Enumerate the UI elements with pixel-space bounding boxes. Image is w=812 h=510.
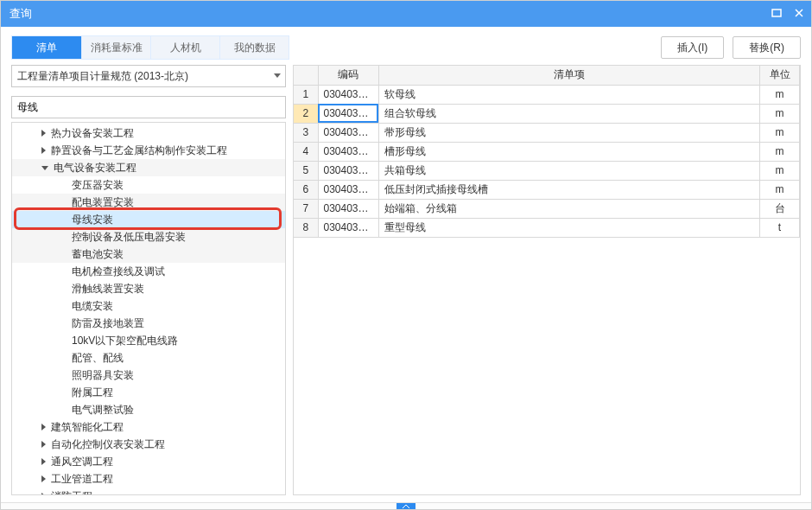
expander-closed-icon[interactable] — [41, 424, 46, 430]
tree-item-label: 滑触线装置安装 — [72, 282, 144, 296]
tab-xiaohao[interactable]: 消耗量标准 — [81, 36, 150, 59]
tree-item-label: 电缆安装 — [72, 299, 113, 314]
window-title: 查询 — [10, 6, 32, 22]
table-row[interactable]: 7030403…始端箱、分线箱台 — [294, 199, 800, 218]
tree-item-label: 配管、配线 — [72, 351, 124, 366]
search-input[interactable] — [11, 96, 286, 118]
cell-code[interactable]: 030403… — [318, 199, 378, 218]
tree-item[interactable]: 电气调整试验 — [12, 401, 285, 418]
left-pane: 工程量清单项目计量规范 (2013-北京) 热力设备安装工程静置设备与工艺金属结… — [11, 65, 286, 495]
splitter[interactable] — [286, 65, 293, 495]
tree-item[interactable]: 照明器具安装 — [12, 367, 285, 384]
cell-desc[interactable]: 重型母线 — [378, 218, 760, 237]
tree-item-label: 消防工程 — [51, 489, 92, 496]
spec-select[interactable]: 工程量清单项目计量规范 (2013-北京) — [11, 65, 286, 87]
tree-item[interactable]: 热力设备安装工程 — [12, 124, 285, 142]
table-row[interactable]: 1030403…软母线m — [294, 85, 800, 104]
svg-rect-0 — [772, 10, 781, 16]
tree-item[interactable]: 母线安装 — [12, 211, 285, 228]
cell-code[interactable]: 030403… — [318, 142, 378, 161]
expander-closed-icon[interactable] — [41, 441, 46, 448]
cell-code[interactable]: 030403… — [318, 218, 378, 237]
table-row[interactable]: 5030403…共箱母线m — [294, 161, 800, 180]
cell-unit[interactable]: m — [760, 180, 800, 199]
cell-desc[interactable]: 软母线 — [378, 85, 760, 104]
tree-item[interactable]: 配电装置安装 — [12, 194, 285, 211]
cell-desc[interactable]: 带形母线 — [378, 123, 760, 142]
tree-item-label: 通风空调工程 — [51, 455, 113, 469]
expander-closed-icon[interactable] — [41, 130, 46, 137]
titlebar: 查询 — [1, 1, 811, 27]
tree-item[interactable]: 自动化控制仪表安装工程 — [12, 436, 285, 453]
toolbar: 清单 消耗量标准 人材机 我的数据 插入(I) 替换(R) — [1, 27, 811, 65]
cell-unit[interactable]: t — [760, 218, 800, 237]
cell-number: 7 — [294, 199, 318, 218]
table-row[interactable]: 6030403…低压封闭式插接母线槽m — [294, 180, 800, 199]
table-row[interactable]: 8030403…重型母线t — [294, 218, 800, 237]
tree-item-label: 建筑智能化工程 — [51, 420, 124, 435]
table-row[interactable]: 2030403…组合软母线m — [294, 104, 800, 123]
cell-number: 8 — [294, 218, 318, 237]
insert-button[interactable]: 插入(I) — [661, 36, 724, 59]
col-code[interactable]: 编码 — [318, 66, 378, 85]
tab-qingdan[interactable]: 清单 — [12, 36, 81, 59]
tree-item[interactable]: 工业管道工程 — [12, 470, 285, 488]
tree-item[interactable]: 控制设备及低压电器安装 — [12, 228, 285, 245]
cell-unit[interactable]: m — [760, 85, 800, 104]
tab-rencaiji[interactable]: 人材机 — [150, 36, 219, 59]
tree-item[interactable]: 电缆安装 — [12, 297, 285, 315]
query-dialog: 查询 清单 消耗量标准 人材机 我的数据 插入(I) 替换(R) 工程量清单项目… — [0, 0, 812, 510]
chevron-up-icon[interactable] — [396, 503, 416, 509]
cell-desc[interactable]: 始端箱、分线箱 — [378, 199, 760, 218]
cell-code[interactable]: 030403… — [318, 85, 378, 104]
cell-unit[interactable]: m — [760, 161, 800, 180]
tree-item[interactable]: 附属工程 — [12, 384, 285, 401]
tree-item[interactable]: 蓄电池安装 — [12, 245, 285, 263]
tree-item[interactable]: 变压器安装 — [12, 176, 285, 194]
tree-item[interactable]: 配管、配线 — [12, 349, 285, 367]
close-icon[interactable] — [794, 8, 804, 21]
expander-closed-icon[interactable] — [41, 493, 46, 495]
tree-item-label: 变压器安装 — [72, 178, 124, 193]
cell-unit[interactable]: m — [760, 104, 800, 123]
tab-mydata[interactable]: 我的数据 — [219, 36, 289, 59]
maximize-icon[interactable] — [771, 8, 782, 21]
table-row[interactable]: 3030403…带形母线m — [294, 123, 800, 142]
cell-unit[interactable]: 台 — [760, 199, 800, 218]
tree-item[interactable]: 通风空调工程 — [12, 453, 285, 470]
cell-code[interactable]: 030403… — [318, 161, 378, 180]
cell-code[interactable]: 030403… — [318, 104, 378, 123]
cell-code[interactable]: 030403… — [318, 123, 378, 142]
cell-unit[interactable]: m — [760, 142, 800, 161]
expander-closed-icon[interactable] — [41, 458, 46, 465]
tree-item[interactable]: 滑触线装置安装 — [12, 280, 285, 297]
cell-number: 2 — [294, 104, 318, 123]
right-pane: 编码 清单项 单位 1030403…软母线m2030403…组合软母线m3030… — [293, 65, 801, 495]
grid[interactable]: 编码 清单项 单位 1030403…软母线m2030403…组合软母线m3030… — [293, 65, 801, 495]
col-unit[interactable]: 单位 — [760, 66, 800, 85]
expander-open-icon[interactable] — [41, 166, 48, 170]
bottom-bar — [1, 502, 811, 509]
cell-number: 5 — [294, 161, 318, 180]
cell-desc[interactable]: 槽形母线 — [378, 142, 760, 161]
tree-item[interactable]: 建筑智能化工程 — [12, 418, 285, 436]
cell-code[interactable]: 030403… — [318, 180, 378, 199]
col-number — [294, 66, 318, 85]
table-row[interactable]: 4030403…槽形母线m — [294, 142, 800, 161]
col-item[interactable]: 清单项 — [378, 66, 760, 85]
cell-unit[interactable]: m — [760, 123, 800, 142]
tree-item[interactable]: 防雷及接地装置 — [12, 315, 285, 332]
tree[interactable]: 热力设备安装工程静置设备与工艺金属结构制作安装工程电气设备安装工程变压器安装配电… — [11, 122, 286, 495]
tree-item[interactable]: 电气设备安装工程 — [12, 159, 285, 176]
tree-item[interactable]: 10kV以下架空配电线路 — [12, 332, 285, 349]
tree-item[interactable]: 电机检查接线及调试 — [12, 263, 285, 280]
cell-desc[interactable]: 共箱母线 — [378, 161, 760, 180]
replace-button[interactable]: 替换(R) — [733, 36, 801, 59]
tree-item-label: 电气调整试验 — [72, 403, 134, 418]
cell-desc[interactable]: 组合软母线 — [378, 104, 760, 123]
tree-item[interactable]: 静置设备与工艺金属结构制作安装工程 — [12, 142, 285, 159]
expander-closed-icon[interactable] — [41, 147, 46, 154]
tree-item[interactable]: 消防工程 — [12, 488, 285, 495]
expander-closed-icon[interactable] — [41, 475, 46, 482]
cell-desc[interactable]: 低压封闭式插接母线槽 — [378, 180, 760, 199]
